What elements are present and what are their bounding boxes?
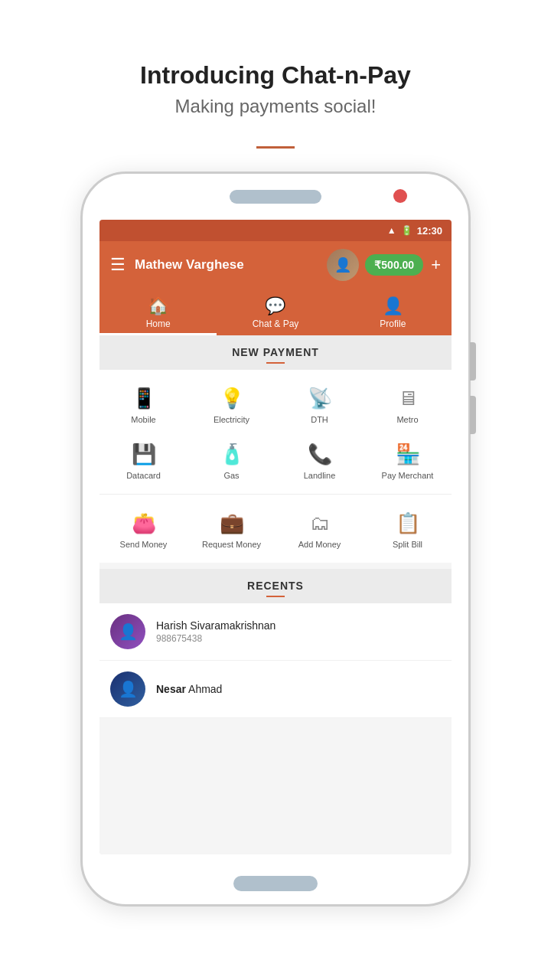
- gas-icon: 🧴: [220, 443, 244, 466]
- power-button: [470, 396, 476, 434]
- send-money-item[interactable]: 👛 Send Money: [99, 501, 187, 557]
- metro-label: Metro: [396, 415, 418, 424]
- subheadline: Making payments social!: [140, 96, 411, 117]
- tab-profile-label: Profile: [380, 318, 406, 329]
- payment-landline[interactable]: 📞 Landline: [276, 432, 364, 488]
- avatar[interactable]: 👤: [327, 249, 359, 281]
- recents-title: RECENTS: [99, 580, 452, 592]
- balance-badge[interactable]: ₹500.00: [365, 254, 423, 276]
- payment-merchant[interactable]: 🏪 Pay Merchant: [364, 432, 452, 488]
- status-time: 12:30: [417, 225, 442, 237]
- home-button[interactable]: [233, 876, 318, 891]
- headline: Introducing Chat-n-Pay: [140, 61, 411, 90]
- hamburger-menu[interactable]: ☰: [110, 255, 126, 275]
- tab-chat-pay[interactable]: 💬 Chat & Pay: [217, 289, 334, 335]
- recents-underline: [266, 596, 285, 597]
- dth-icon: 📡: [308, 387, 332, 410]
- metro-icon: 🖥: [398, 387, 418, 410]
- tab-chat-label: Chat & Pay: [253, 318, 299, 329]
- recents-section: RECENTS 👤 Harish Sivaramakrishnan 988675…: [99, 569, 452, 718]
- volume-button: [470, 342, 476, 381]
- harish-avatar: 👤: [110, 614, 145, 649]
- chat-icon: 💬: [265, 296, 285, 316]
- electricity-label: Electricity: [214, 415, 249, 424]
- request-money-label: Request Money: [202, 540, 261, 549]
- gas-label: Gas: [223, 471, 239, 480]
- merchant-icon: 🏪: [396, 443, 420, 466]
- recent-item-nesar[interactable]: 👤 Nesar Ahmad: [99, 661, 452, 718]
- user-name: Mathew Varghese: [135, 257, 244, 273]
- split-bill-icon: 📋: [396, 511, 420, 535]
- add-money-label: Add Money: [298, 540, 341, 549]
- harish-sub: 988675438: [156, 633, 276, 644]
- tab-profile[interactable]: 👤 Profile: [334, 289, 452, 335]
- send-money-label: Send Money: [120, 540, 168, 549]
- new-payment-title: NEW PAYMENT: [99, 346, 452, 358]
- mobile-label: Mobile: [131, 415, 155, 424]
- tab-home[interactable]: 🏠 Home: [99, 289, 217, 335]
- new-payment-underline: [266, 362, 285, 364]
- request-money-item[interactable]: 💼 Request Money: [187, 501, 276, 557]
- send-money-icon: 👛: [132, 511, 156, 535]
- payment-dth[interactable]: 📡 DTH: [276, 376, 364, 432]
- tab-home-label: Home: [146, 318, 171, 329]
- payment-grid: 📱 Mobile 💡 Electricity 📡 DTH 🖥 Metro: [99, 370, 452, 495]
- datacard-label: Datacard: [126, 471, 161, 480]
- recents-section-header: RECENTS: [99, 569, 452, 603]
- electricity-icon: 💡: [220, 387, 244, 410]
- landline-label: Landline: [304, 471, 336, 480]
- add-money-item[interactable]: 🗂 Add Money: [276, 501, 364, 557]
- datacard-icon: 💾: [132, 443, 156, 466]
- money-grid: 👛 Send Money 💼 Request Money 🗂 Add Money…: [99, 495, 452, 563]
- recent-list: 👤 Harish Sivaramakrishnan 988675438 👤 Ne…: [99, 603, 452, 718]
- divider: [256, 146, 295, 149]
- payment-metro[interactable]: 🖥 Metro: [364, 376, 452, 432]
- app-header: ☰ Mathew Varghese 👤 ₹500.00 +: [99, 241, 452, 289]
- landline-icon: 📞: [308, 443, 332, 466]
- phone-camera: [393, 189, 407, 203]
- phone-speaker: [230, 190, 321, 204]
- mobile-icon: 📱: [132, 387, 156, 410]
- nesar-avatar: 👤: [110, 671, 145, 707]
- signal-icon: ▲: [387, 225, 396, 236]
- merchant-label: Pay Merchant: [382, 471, 434, 480]
- add-money-icon: 🗂: [310, 511, 330, 535]
- recent-item-harish[interactable]: 👤 Harish Sivaramakrishnan 988675438: [99, 603, 452, 661]
- phone-bottom: [83, 862, 468, 904]
- phone-screen: ▲ 🔋 12:30 ☰ Mathew Varghese 👤 ₹500.00 +: [99, 220, 452, 854]
- page-intro: Introducing Chat-n-Pay Making payments s…: [140, 61, 411, 117]
- payment-datacard[interactable]: 💾 Datacard: [99, 432, 187, 488]
- profile-icon: 👤: [383, 296, 403, 316]
- split-bill-item[interactable]: 📋 Split Bill: [364, 501, 452, 557]
- nesar-name: Nesar Ahmad: [156, 683, 222, 695]
- phone-top: [83, 174, 468, 220]
- dth-label: DTH: [311, 415, 328, 424]
- payment-electricity[interactable]: 💡 Electricity: [187, 376, 276, 432]
- status-bar: ▲ 🔋 12:30: [99, 220, 452, 241]
- split-bill-label: Split Bill: [393, 540, 422, 549]
- home-icon: 🏠: [148, 296, 168, 316]
- payment-gas[interactable]: 🧴 Gas: [187, 432, 276, 488]
- request-money-icon: 💼: [220, 511, 244, 535]
- phone-shell: ▲ 🔋 12:30 ☰ Mathew Varghese 👤 ₹500.00 +: [80, 172, 471, 906]
- battery-icon: 🔋: [401, 225, 412, 236]
- content-area: NEW PAYMENT 📱 Mobile 💡 Electricity 📡: [99, 335, 452, 854]
- nav-tabs: 🏠 Home 💬 Chat & Pay 👤 Profile: [99, 289, 452, 335]
- new-payment-section-header: NEW PAYMENT: [99, 335, 452, 370]
- harish-name: Harish Sivaramakrishnan: [156, 619, 276, 632]
- payment-mobile[interactable]: 📱 Mobile: [99, 376, 187, 432]
- add-money-button[interactable]: +: [431, 255, 441, 275]
